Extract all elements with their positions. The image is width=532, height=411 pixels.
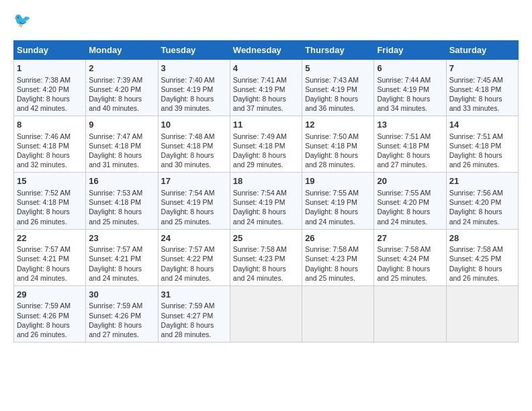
calendar-cell (374, 285, 446, 342)
calendar-cell: 31Sunrise: 7:59 AM Sunset: 4:27 PM Dayli… (158, 285, 230, 342)
day-info: Sunrise: 7:47 AM Sunset: 4:18 PM Dayligh… (89, 132, 154, 170)
day-info: Sunrise: 7:58 AM Sunset: 4:24 PM Dayligh… (377, 244, 443, 283)
calendar-cell: 28Sunrise: 7:58 AM Sunset: 4:25 PM Dayli… (446, 229, 518, 285)
day-number: 24 (161, 232, 227, 244)
day-info: Sunrise: 7:38 AM Sunset: 4:20 PM Dayligh… (17, 75, 83, 113)
day-number: 25 (233, 232, 299, 244)
header-cell-thursday: Thursday (302, 41, 374, 60)
calendar-cell: 19Sunrise: 7:55 AM Sunset: 4:19 PM Dayli… (302, 173, 374, 229)
calendar-cell: 15Sunrise: 7:52 AM Sunset: 4:18 PM Dayli… (14, 173, 86, 229)
day-number: 10 (161, 119, 227, 131)
day-info: Sunrise: 7:48 AM Sunset: 4:18 PM Dayligh… (161, 132, 227, 170)
calendar-cell: 20Sunrise: 7:55 AM Sunset: 4:20 PM Dayli… (374, 173, 446, 229)
calendar-cell: 21Sunrise: 7:56 AM Sunset: 4:20 PM Dayli… (446, 173, 518, 229)
svg-text:🐦: 🐦 (13, 11, 32, 29)
header: 🐦 (13, 11, 519, 34)
day-info: Sunrise: 7:46 AM Sunset: 4:18 PM Dayligh… (17, 132, 83, 170)
day-info: Sunrise: 7:55 AM Sunset: 4:19 PM Dayligh… (305, 188, 371, 226)
day-info: Sunrise: 7:53 AM Sunset: 4:18 PM Dayligh… (89, 188, 154, 226)
day-number: 31 (161, 289, 227, 301)
day-number: 7 (449, 62, 515, 75)
calendar-cell: 24Sunrise: 7:57 AM Sunset: 4:22 PM Dayli… (158, 229, 230, 285)
header-cell-sunday: Sunday (14, 41, 86, 60)
day-number: 28 (449, 232, 515, 244)
header-cell-wednesday: Wednesday (230, 41, 302, 60)
logo: 🐦 (13, 11, 35, 34)
day-info: Sunrise: 7:59 AM Sunset: 4:26 PM Dayligh… (17, 301, 83, 339)
calendar-cell: 29Sunrise: 7:59 AM Sunset: 4:26 PM Dayli… (14, 285, 86, 342)
day-number: 21 (449, 175, 515, 187)
day-info: Sunrise: 7:51 AM Sunset: 4:18 PM Dayligh… (377, 132, 443, 170)
day-number: 19 (305, 175, 371, 187)
day-info: Sunrise: 7:51 AM Sunset: 4:18 PM Dayligh… (449, 132, 515, 170)
day-info: Sunrise: 7:44 AM Sunset: 4:19 PM Dayligh… (377, 75, 443, 113)
calendar-table: SundayMondayTuesdayWednesdayThursdayFrid… (13, 40, 519, 342)
day-number: 8 (17, 119, 83, 131)
logo-bird-icon: 🐦 (13, 11, 34, 31)
calendar-cell: 11Sunrise: 7:49 AM Sunset: 4:18 PM Dayli… (230, 116, 302, 173)
calendar-cell (302, 285, 374, 342)
day-info: Sunrise: 7:40 AM Sunset: 4:19 PM Dayligh… (161, 75, 227, 113)
calendar-week-row: 29Sunrise: 7:59 AM Sunset: 4:26 PM Dayli… (14, 285, 519, 342)
day-number: 12 (305, 119, 371, 131)
day-info: Sunrise: 7:59 AM Sunset: 4:26 PM Dayligh… (89, 301, 154, 339)
day-number: 3 (161, 62, 227, 75)
calendar-cell: 30Sunrise: 7:59 AM Sunset: 4:26 PM Dayli… (86, 285, 158, 342)
header-cell-friday: Friday (374, 41, 446, 60)
calendar-cell: 26Sunrise: 7:58 AM Sunset: 4:23 PM Dayli… (302, 229, 374, 285)
calendar-cell: 16Sunrise: 7:53 AM Sunset: 4:18 PM Dayli… (86, 173, 158, 229)
calendar-cell: 25Sunrise: 7:58 AM Sunset: 4:23 PM Dayli… (230, 229, 302, 285)
day-number: 22 (17, 232, 83, 244)
day-number: 2 (89, 62, 154, 75)
day-number: 30 (89, 289, 154, 301)
calendar-cell (230, 285, 302, 342)
calendar-cell: 12Sunrise: 7:50 AM Sunset: 4:18 PM Dayli… (302, 116, 374, 173)
day-info: Sunrise: 7:57 AM Sunset: 4:22 PM Dayligh… (161, 244, 227, 283)
calendar-cell: 3Sunrise: 7:40 AM Sunset: 4:19 PM Daylig… (158, 60, 230, 116)
calendar-cell: 14Sunrise: 7:51 AM Sunset: 4:18 PM Dayli… (446, 116, 518, 173)
day-number: 1 (17, 62, 83, 75)
day-info: Sunrise: 7:50 AM Sunset: 4:18 PM Dayligh… (305, 132, 371, 170)
calendar-cell: 4Sunrise: 7:41 AM Sunset: 4:19 PM Daylig… (230, 60, 302, 116)
calendar-week-row: 1Sunrise: 7:38 AM Sunset: 4:20 PM Daylig… (14, 60, 519, 116)
calendar-cell: 5Sunrise: 7:43 AM Sunset: 4:19 PM Daylig… (302, 60, 374, 116)
day-number: 18 (233, 175, 299, 187)
day-number: 16 (89, 175, 154, 187)
calendar-cell: 23Sunrise: 7:57 AM Sunset: 4:21 PM Dayli… (86, 229, 158, 285)
day-number: 11 (233, 119, 299, 131)
day-info: Sunrise: 7:41 AM Sunset: 4:19 PM Dayligh… (233, 75, 299, 113)
day-number: 23 (89, 232, 154, 244)
day-number: 4 (233, 62, 299, 75)
calendar-cell: 13Sunrise: 7:51 AM Sunset: 4:18 PM Dayli… (374, 116, 446, 173)
calendar-cell: 18Sunrise: 7:54 AM Sunset: 4:19 PM Dayli… (230, 173, 302, 229)
calendar-week-row: 8Sunrise: 7:46 AM Sunset: 4:18 PM Daylig… (14, 116, 519, 173)
calendar-cell: 27Sunrise: 7:58 AM Sunset: 4:24 PM Dayli… (374, 229, 446, 285)
day-info: Sunrise: 7:52 AM Sunset: 4:18 PM Dayligh… (17, 188, 83, 226)
calendar-cell: 17Sunrise: 7:54 AM Sunset: 4:19 PM Dayli… (158, 173, 230, 229)
calendar-cell: 10Sunrise: 7:48 AM Sunset: 4:18 PM Dayli… (158, 116, 230, 173)
calendar-cell: 1Sunrise: 7:38 AM Sunset: 4:20 PM Daylig… (14, 60, 86, 116)
day-info: Sunrise: 7:59 AM Sunset: 4:27 PM Dayligh… (161, 301, 227, 339)
calendar-cell: 2Sunrise: 7:39 AM Sunset: 4:20 PM Daylig… (86, 60, 158, 116)
day-info: Sunrise: 7:58 AM Sunset: 4:23 PM Dayligh… (233, 244, 299, 283)
day-info: Sunrise: 7:55 AM Sunset: 4:20 PM Dayligh… (377, 188, 443, 226)
page-container: 🐦 SundayMondayTuesdayWednesdayThursdayFr… (0, 0, 532, 349)
calendar-cell: 22Sunrise: 7:57 AM Sunset: 4:21 PM Dayli… (14, 229, 86, 285)
calendar-week-row: 15Sunrise: 7:52 AM Sunset: 4:18 PM Dayli… (14, 173, 519, 229)
calendar-body: 1Sunrise: 7:38 AM Sunset: 4:20 PM Daylig… (14, 60, 519, 342)
day-info: Sunrise: 7:45 AM Sunset: 4:18 PM Dayligh… (449, 75, 515, 113)
day-info: Sunrise: 7:43 AM Sunset: 4:19 PM Dayligh… (305, 75, 371, 113)
calendar-cell: 9Sunrise: 7:47 AM Sunset: 4:18 PM Daylig… (86, 116, 158, 173)
header-cell-tuesday: Tuesday (158, 41, 230, 60)
day-info: Sunrise: 7:58 AM Sunset: 4:25 PM Dayligh… (449, 244, 515, 283)
day-info: Sunrise: 7:56 AM Sunset: 4:20 PM Dayligh… (449, 188, 515, 226)
day-number: 13 (377, 119, 443, 131)
day-number: 26 (305, 232, 371, 244)
day-info: Sunrise: 7:49 AM Sunset: 4:18 PM Dayligh… (233, 132, 299, 170)
calendar-cell (446, 285, 518, 342)
day-info: Sunrise: 7:57 AM Sunset: 4:21 PM Dayligh… (17, 244, 83, 283)
day-number: 15 (17, 175, 83, 187)
calendar-header-row: SundayMondayTuesdayWednesdayThursdayFrid… (14, 41, 519, 60)
calendar-week-row: 22Sunrise: 7:57 AM Sunset: 4:21 PM Dayli… (14, 229, 519, 285)
day-number: 5 (305, 62, 371, 75)
